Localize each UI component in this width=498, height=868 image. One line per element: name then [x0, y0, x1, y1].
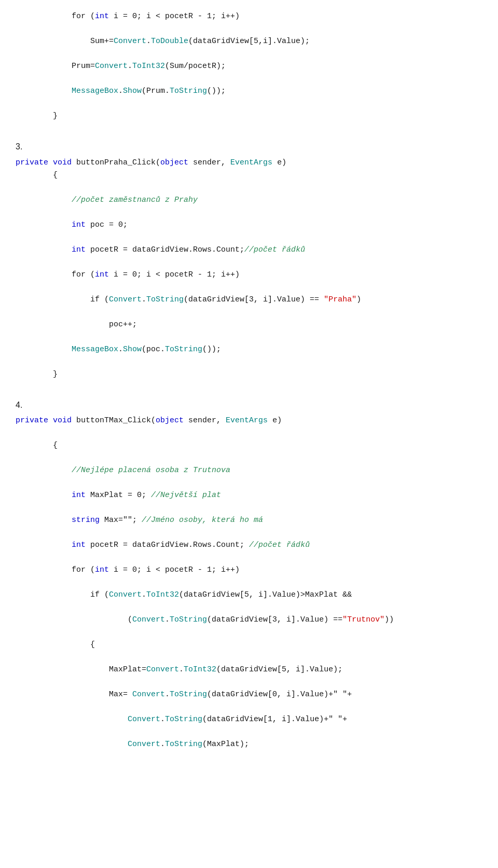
code-line: for (int i = 0; i < pocetR - 1; i++): [16, 10, 482, 23]
code-line: [16, 306, 482, 319]
code-line: [16, 701, 482, 713]
code-line: [16, 281, 482, 294]
code-line: [16, 726, 482, 738]
code-line: [16, 527, 482, 539]
code-line: private void buttonPraha_Click(object se…: [16, 157, 482, 169]
code-line: MaxPlat=Convert.ToInt32(dataGridView[5, …: [16, 664, 482, 676]
code-line: int pocetR = dataGridView.Rows.Count;//p…: [16, 244, 482, 256]
code-line: {: [16, 169, 482, 182]
code-line: [16, 98, 482, 110]
code-line: string Max=""; //Jméno osoby, která ho m…: [16, 514, 482, 527]
code-line: [16, 23, 482, 35]
code-line: int poc = 0;: [16, 219, 482, 231]
code-line: //Nejlépe placená osoba z Trutnova: [16, 464, 482, 477]
code-line: Prum=Convert.ToInt32(Sum/pocetR);: [16, 60, 482, 73]
section-4-code: private void buttonTMax_Click(object sen…: [16, 415, 482, 751]
code-line: poc++;: [16, 319, 482, 331]
code-line: [16, 576, 482, 589]
code-line: if (Convert.ToString(dataGridView[3, i].…: [16, 294, 482, 306]
code-line: [16, 477, 482, 489]
code-line: for (int i = 0; i < pocetR - 1; i++): [16, 269, 482, 281]
code-line: MessageBox.Show(poc.ToString());: [16, 343, 482, 356]
code-line: {: [16, 439, 482, 452]
top-code-block: for (int i = 0; i < pocetR - 1; i++) Sum…: [16, 10, 482, 122]
code-line: [16, 502, 482, 514]
code-line: [16, 356, 482, 368]
code-line: int MaxPlat = 0; //Největší plat: [16, 489, 482, 502]
code-line: Convert.ToString(dataGridView[1, i].Valu…: [16, 713, 482, 726]
code-line: [16, 452, 482, 464]
code-line: [16, 427, 482, 439]
code-line: [16, 331, 482, 343]
code-line: [16, 651, 482, 664]
code-line: [16, 601, 482, 614]
code-line: [16, 48, 482, 60]
code-line: if (Convert.ToInt32(dataGridView[5, i].V…: [16, 589, 482, 601]
code-line: [16, 552, 482, 564]
code-line: private void buttonTMax_Click(object sen…: [16, 415, 482, 427]
code-line: (Convert.ToString(dataGridView[3, i].Val…: [16, 614, 482, 626]
code-line: [16, 256, 482, 269]
code-line: }: [16, 110, 482, 122]
code-line: Max= Convert.ToString(dataGridView[0, i]…: [16, 688, 482, 701]
code-line: for (int i = 0; i < pocetR - 1; i++): [16, 564, 482, 576]
code-line: {: [16, 639, 482, 651]
code-line: [16, 231, 482, 244]
section-4-number: 4.: [16, 398, 482, 412]
code-line: }: [16, 368, 482, 381]
code-line: [16, 206, 482, 219]
section-3-code: private void buttonPraha_Click(object se…: [16, 157, 482, 381]
code-line: Convert.ToString(MaxPlat);: [16, 738, 482, 751]
section-3-number: 3.: [16, 140, 482, 154]
code-line: [16, 676, 482, 688]
code-line: [16, 73, 482, 85]
code-line: MessageBox.Show(Prum.ToString());: [16, 85, 482, 98]
code-container: for (int i = 0; i < pocetR - 1; i++) Sum…: [16, 10, 482, 751]
code-line: //počet zaměstnanců z Prahy: [16, 194, 482, 206]
code-line: int pocetR = dataGridView.Rows.Count; //…: [16, 539, 482, 552]
code-line: [16, 626, 482, 639]
code-line: Sum+=Convert.ToDouble(dataGridView[5,i].…: [16, 35, 482, 48]
code-line: [16, 182, 482, 194]
